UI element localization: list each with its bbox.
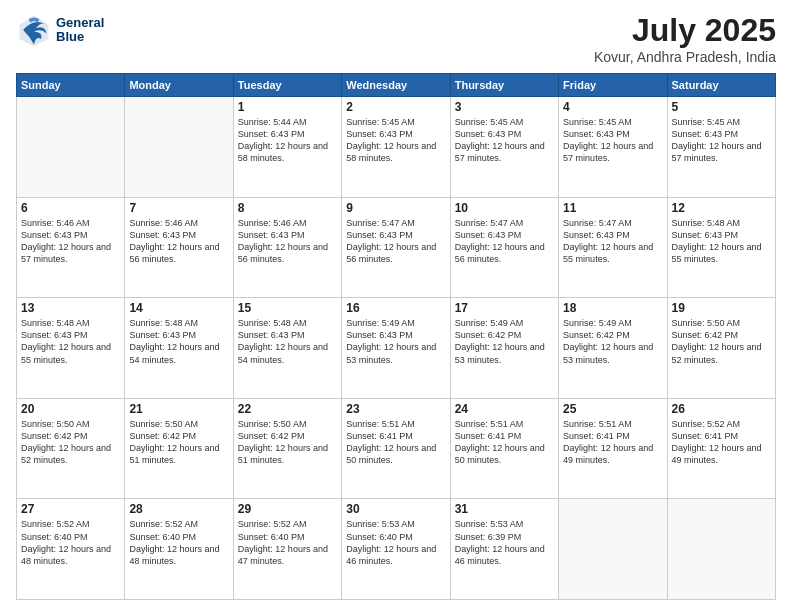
- day-number: 31: [455, 502, 554, 516]
- day-number: 23: [346, 402, 445, 416]
- calendar-header-wednesday: Wednesday: [342, 74, 450, 97]
- cell-info: Sunrise: 5:50 AM Sunset: 6:42 PM Dayligh…: [672, 317, 771, 366]
- logo-icon: [16, 12, 52, 48]
- calendar-cell: 21Sunrise: 5:50 AM Sunset: 6:42 PM Dayli…: [125, 398, 233, 499]
- cell-info: Sunrise: 5:48 AM Sunset: 6:43 PM Dayligh…: [129, 317, 228, 366]
- calendar-header-tuesday: Tuesday: [233, 74, 341, 97]
- cell-info: Sunrise: 5:52 AM Sunset: 6:41 PM Dayligh…: [672, 418, 771, 467]
- calendar-row-1: 6Sunrise: 5:46 AM Sunset: 6:43 PM Daylig…: [17, 197, 776, 298]
- cell-info: Sunrise: 5:47 AM Sunset: 6:43 PM Dayligh…: [563, 217, 662, 266]
- calendar-cell: 24Sunrise: 5:51 AM Sunset: 6:41 PM Dayli…: [450, 398, 558, 499]
- calendar-cell: 16Sunrise: 5:49 AM Sunset: 6:43 PM Dayli…: [342, 298, 450, 399]
- cell-info: Sunrise: 5:46 AM Sunset: 6:43 PM Dayligh…: [129, 217, 228, 266]
- day-number: 9: [346, 201, 445, 215]
- day-number: 2: [346, 100, 445, 114]
- calendar-cell: 23Sunrise: 5:51 AM Sunset: 6:41 PM Dayli…: [342, 398, 450, 499]
- day-number: 12: [672, 201, 771, 215]
- calendar-cell: 5Sunrise: 5:45 AM Sunset: 6:43 PM Daylig…: [667, 97, 775, 198]
- logo-line1: General: [56, 16, 104, 30]
- cell-info: Sunrise: 5:52 AM Sunset: 6:40 PM Dayligh…: [238, 518, 337, 567]
- calendar-cell: 28Sunrise: 5:52 AM Sunset: 6:40 PM Dayli…: [125, 499, 233, 600]
- calendar-header-saturday: Saturday: [667, 74, 775, 97]
- calendar-cell: 13Sunrise: 5:48 AM Sunset: 6:43 PM Dayli…: [17, 298, 125, 399]
- cell-info: Sunrise: 5:48 AM Sunset: 6:43 PM Dayligh…: [21, 317, 120, 366]
- calendar-cell: 14Sunrise: 5:48 AM Sunset: 6:43 PM Dayli…: [125, 298, 233, 399]
- calendar-cell: [17, 97, 125, 198]
- calendar-cell: 19Sunrise: 5:50 AM Sunset: 6:42 PM Dayli…: [667, 298, 775, 399]
- header: General Blue July 2025 Kovur, Andhra Pra…: [16, 12, 776, 65]
- calendar-cell: [125, 97, 233, 198]
- main-title: July 2025: [594, 12, 776, 49]
- calendar-cell: 18Sunrise: 5:49 AM Sunset: 6:42 PM Dayli…: [559, 298, 667, 399]
- cell-info: Sunrise: 5:45 AM Sunset: 6:43 PM Dayligh…: [672, 116, 771, 165]
- day-number: 29: [238, 502, 337, 516]
- cell-info: Sunrise: 5:49 AM Sunset: 6:42 PM Dayligh…: [563, 317, 662, 366]
- cell-info: Sunrise: 5:49 AM Sunset: 6:43 PM Dayligh…: [346, 317, 445, 366]
- day-number: 4: [563, 100, 662, 114]
- calendar-cell: 3Sunrise: 5:45 AM Sunset: 6:43 PM Daylig…: [450, 97, 558, 198]
- logo-text: General Blue: [56, 16, 104, 45]
- calendar-cell: 9Sunrise: 5:47 AM Sunset: 6:43 PM Daylig…: [342, 197, 450, 298]
- calendar-cell: 27Sunrise: 5:52 AM Sunset: 6:40 PM Dayli…: [17, 499, 125, 600]
- calendar-cell: 11Sunrise: 5:47 AM Sunset: 6:43 PM Dayli…: [559, 197, 667, 298]
- day-number: 28: [129, 502, 228, 516]
- subtitle: Kovur, Andhra Pradesh, India: [594, 49, 776, 65]
- cell-info: Sunrise: 5:49 AM Sunset: 6:42 PM Dayligh…: [455, 317, 554, 366]
- calendar-cell: 15Sunrise: 5:48 AM Sunset: 6:43 PM Dayli…: [233, 298, 341, 399]
- calendar-header-sunday: Sunday: [17, 74, 125, 97]
- calendar-header-monday: Monday: [125, 74, 233, 97]
- calendar-cell: 26Sunrise: 5:52 AM Sunset: 6:41 PM Dayli…: [667, 398, 775, 499]
- day-number: 22: [238, 402, 337, 416]
- page: General Blue July 2025 Kovur, Andhra Pra…: [0, 0, 792, 612]
- day-number: 1: [238, 100, 337, 114]
- calendar-cell: 30Sunrise: 5:53 AM Sunset: 6:40 PM Dayli…: [342, 499, 450, 600]
- day-number: 26: [672, 402, 771, 416]
- day-number: 19: [672, 301, 771, 315]
- cell-info: Sunrise: 5:52 AM Sunset: 6:40 PM Dayligh…: [129, 518, 228, 567]
- cell-info: Sunrise: 5:46 AM Sunset: 6:43 PM Dayligh…: [21, 217, 120, 266]
- day-number: 3: [455, 100, 554, 114]
- cell-info: Sunrise: 5:50 AM Sunset: 6:42 PM Dayligh…: [21, 418, 120, 467]
- calendar-cell: 6Sunrise: 5:46 AM Sunset: 6:43 PM Daylig…: [17, 197, 125, 298]
- calendar-cell: 10Sunrise: 5:47 AM Sunset: 6:43 PM Dayli…: [450, 197, 558, 298]
- cell-info: Sunrise: 5:44 AM Sunset: 6:43 PM Dayligh…: [238, 116, 337, 165]
- calendar-header-row: SundayMondayTuesdayWednesdayThursdayFrid…: [17, 74, 776, 97]
- calendar-cell: 22Sunrise: 5:50 AM Sunset: 6:42 PM Dayli…: [233, 398, 341, 499]
- cell-info: Sunrise: 5:53 AM Sunset: 6:40 PM Dayligh…: [346, 518, 445, 567]
- cell-info: Sunrise: 5:50 AM Sunset: 6:42 PM Dayligh…: [129, 418, 228, 467]
- day-number: 18: [563, 301, 662, 315]
- day-number: 13: [21, 301, 120, 315]
- cell-info: Sunrise: 5:47 AM Sunset: 6:43 PM Dayligh…: [346, 217, 445, 266]
- day-number: 10: [455, 201, 554, 215]
- calendar-cell: 25Sunrise: 5:51 AM Sunset: 6:41 PM Dayli…: [559, 398, 667, 499]
- day-number: 27: [21, 502, 120, 516]
- calendar-cell: [559, 499, 667, 600]
- cell-info: Sunrise: 5:50 AM Sunset: 6:42 PM Dayligh…: [238, 418, 337, 467]
- logo: General Blue: [16, 12, 104, 48]
- day-number: 30: [346, 502, 445, 516]
- cell-info: Sunrise: 5:51 AM Sunset: 6:41 PM Dayligh…: [455, 418, 554, 467]
- calendar-header-friday: Friday: [559, 74, 667, 97]
- calendar-table: SundayMondayTuesdayWednesdayThursdayFrid…: [16, 73, 776, 600]
- calendar-cell: [667, 499, 775, 600]
- day-number: 21: [129, 402, 228, 416]
- day-number: 20: [21, 402, 120, 416]
- calendar-row-4: 27Sunrise: 5:52 AM Sunset: 6:40 PM Dayli…: [17, 499, 776, 600]
- day-number: 11: [563, 201, 662, 215]
- cell-info: Sunrise: 5:48 AM Sunset: 6:43 PM Dayligh…: [238, 317, 337, 366]
- calendar-cell: 1Sunrise: 5:44 AM Sunset: 6:43 PM Daylig…: [233, 97, 341, 198]
- calendar-row-3: 20Sunrise: 5:50 AM Sunset: 6:42 PM Dayli…: [17, 398, 776, 499]
- logo-line2: Blue: [56, 30, 104, 44]
- cell-info: Sunrise: 5:53 AM Sunset: 6:39 PM Dayligh…: [455, 518, 554, 567]
- day-number: 5: [672, 100, 771, 114]
- calendar-cell: 31Sunrise: 5:53 AM Sunset: 6:39 PM Dayli…: [450, 499, 558, 600]
- cell-info: Sunrise: 5:51 AM Sunset: 6:41 PM Dayligh…: [563, 418, 662, 467]
- day-number: 16: [346, 301, 445, 315]
- calendar-cell: 4Sunrise: 5:45 AM Sunset: 6:43 PM Daylig…: [559, 97, 667, 198]
- calendar-cell: 7Sunrise: 5:46 AM Sunset: 6:43 PM Daylig…: [125, 197, 233, 298]
- calendar-row-2: 13Sunrise: 5:48 AM Sunset: 6:43 PM Dayli…: [17, 298, 776, 399]
- cell-info: Sunrise: 5:48 AM Sunset: 6:43 PM Dayligh…: [672, 217, 771, 266]
- cell-info: Sunrise: 5:45 AM Sunset: 6:43 PM Dayligh…: [563, 116, 662, 165]
- calendar-cell: 2Sunrise: 5:45 AM Sunset: 6:43 PM Daylig…: [342, 97, 450, 198]
- title-block: July 2025 Kovur, Andhra Pradesh, India: [594, 12, 776, 65]
